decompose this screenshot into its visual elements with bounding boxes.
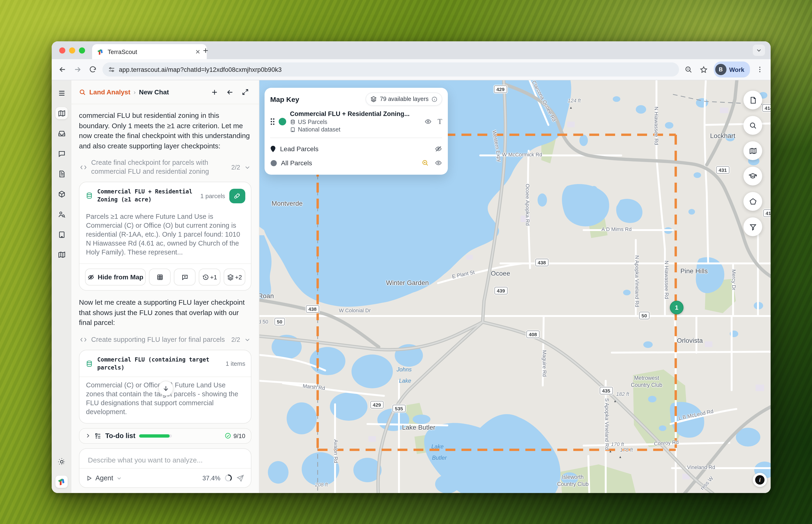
- app-logo[interactable]: [55, 476, 68, 488]
- favicon: [97, 48, 104, 55]
- basemap-button[interactable]: [743, 141, 762, 160]
- map-key-title: Map Key: [270, 95, 366, 103]
- label-toggle-icon[interactable]: T: [437, 117, 442, 126]
- drag-handle-icon[interactable]: [270, 118, 275, 125]
- forward-icon[interactable]: [73, 64, 83, 75]
- theme-sun-icon[interactable]: [55, 456, 68, 468]
- assistant-message: commercial FLU but residential zoning in…: [79, 110, 251, 151]
- parcel-marker[interactable]: 1: [670, 301, 684, 314]
- map-search-button[interactable]: [743, 116, 762, 135]
- sidebar-item-maps-alt[interactable]: [55, 248, 68, 261]
- style-paintbrush-button[interactable]: [229, 189, 245, 203]
- zoom-to-layer-icon[interactable]: [421, 159, 429, 167]
- map-attribution-button[interactable]: i: [753, 473, 767, 487]
- chevron-down-icon[interactable]: [244, 164, 251, 170]
- chevron-down-icon[interactable]: [244, 337, 251, 343]
- todo-list-bar[interactable]: To-do list 9/10: [79, 428, 251, 444]
- chat-messages: commercial FLU but residential zoning in…: [71, 104, 259, 493]
- layers-icon: [227, 274, 234, 281]
- filter-button[interactable]: [743, 217, 762, 236]
- pin-icon: [270, 145, 276, 152]
- map-key-layer-title: Commercial FLU + Residential Zoning...: [290, 110, 420, 117]
- layer-title: Commercial FLU (containing target parcel…: [97, 356, 221, 372]
- tab-search-chevron-icon[interactable]: [753, 45, 765, 56]
- chat-input[interactable]: [87, 456, 245, 464]
- available-layers-pill[interactable]: 79 available layers: [366, 93, 442, 105]
- draw-polygon-button[interactable]: [743, 192, 762, 211]
- collapse-panel-arrow-icon[interactable]: [224, 86, 236, 98]
- sidebar-item-documents[interactable]: [55, 168, 68, 180]
- history-button[interactable]: +1: [199, 268, 220, 285]
- table-view-button[interactable]: [149, 268, 171, 285]
- tool-call-row[interactable]: Create final checkpoint for parcels with…: [80, 158, 251, 176]
- todo-label: To-do list: [105, 432, 136, 440]
- kebab-menu-icon[interactable]: [755, 64, 765, 75]
- layer-description: Parcels ≥1 acre where Future Land Use is…: [79, 209, 251, 263]
- graduation-cap-icon: [749, 172, 757, 180]
- eye-icon[interactable]: [435, 159, 442, 167]
- expand-panel-icon[interactable]: [239, 86, 251, 98]
- eye-off-icon[interactable]: [435, 145, 442, 152]
- comment-button[interactable]: [174, 268, 195, 285]
- minimize-window-button[interactable]: [69, 47, 75, 53]
- tool-call-count: 2/2: [231, 336, 240, 343]
- learn-button[interactable]: [743, 167, 762, 185]
- eye-icon[interactable]: [424, 118, 432, 125]
- todo-count: 9/10: [233, 432, 245, 440]
- todo-progress-fill: [139, 434, 170, 438]
- map-key-row-all-parcels[interactable]: All Parcels: [270, 156, 442, 170]
- breadcrumb-page: New Chat: [139, 88, 205, 96]
- agent-mode-label: Agent: [95, 474, 113, 482]
- browser-profile-button[interactable]: B Work: [714, 62, 750, 78]
- assistant-message: Now let me create a supporting FLU layer…: [79, 297, 251, 327]
- send-icon[interactable]: [236, 474, 244, 482]
- sidebar-item-buildings[interactable]: [55, 228, 68, 241]
- site-settings-icon[interactable]: [108, 66, 115, 73]
- reload-icon[interactable]: [87, 64, 98, 75]
- sidebar-item-lead-search[interactable]: [55, 208, 68, 220]
- bookmark-star-icon[interactable]: [699, 64, 709, 75]
- info-icon[interactable]: [431, 96, 437, 102]
- report-document-button[interactable]: [743, 91, 762, 110]
- database-icon: [85, 360, 93, 367]
- layers-button[interactable]: +2: [224, 268, 245, 285]
- address-bar[interactable]: app.terrascout.ai/map?chatId=ly12xdfo08c…: [102, 63, 679, 77]
- map-viewport[interactable]: MontverdeRoanWinter GardenOcoeePine Hill…: [259, 80, 771, 493]
- sidebar-item-chat[interactable]: [55, 147, 68, 160]
- breadcrumb-agent[interactable]: Land Analyst: [89, 88, 130, 96]
- document-icon: [749, 96, 757, 104]
- back-icon[interactable]: [57, 64, 68, 75]
- code-icon: [80, 164, 87, 171]
- scroll-to-bottom-button[interactable]: [158, 381, 173, 396]
- sidebar-item-inbox[interactable]: [55, 127, 68, 140]
- database-icon: [290, 119, 296, 125]
- browser-tab[interactable]: TerraScout ✕: [92, 44, 207, 59]
- item-count-badge: 1 items: [225, 360, 245, 367]
- profile-label: Work: [729, 66, 744, 73]
- close-tab-icon[interactable]: ✕: [194, 47, 202, 56]
- layer-source: US Parcels: [290, 119, 420, 125]
- history-clock-icon: [202, 274, 209, 281]
- map-key-row-lead-parcels[interactable]: Lead Parcels: [270, 142, 442, 156]
- chat-header: Land Analyst › New Chat: [71, 80, 259, 104]
- available-layers-label: 79 available layers: [380, 96, 429, 102]
- sidebar-item-map[interactable]: [55, 107, 68, 119]
- checklist-icon: [94, 432, 101, 440]
- sidebar-item-datasets[interactable]: [55, 188, 68, 200]
- new-chat-plus-icon[interactable]: [208, 86, 220, 98]
- agent-mode-selector[interactable]: Agent: [86, 474, 122, 482]
- play-icon: [86, 475, 92, 481]
- context-usage-ring: [224, 474, 233, 482]
- tool-call-row[interactable]: Create supporting FLU layer for final pa…: [80, 335, 251, 344]
- app-sidebar: [52, 80, 71, 493]
- maximize-window-button[interactable]: [79, 47, 85, 53]
- chat-panel: Land Analyst › New Chat commercial FLU b…: [71, 80, 259, 493]
- chevron-right-icon[interactable]: [85, 433, 91, 439]
- new-tab-button[interactable]: +: [203, 46, 208, 55]
- zoom-out-icon[interactable]: [684, 64, 694, 75]
- close-window-button[interactable]: [59, 47, 65, 53]
- desktop-wallpaper: TerraScout ✕ + app.terrascout.ai/map?cha…: [0, 0, 812, 524]
- hide-from-map-button[interactable]: Hide from Map: [85, 268, 146, 285]
- menu-icon[interactable]: [55, 87, 68, 99]
- map-tools: [743, 91, 762, 236]
